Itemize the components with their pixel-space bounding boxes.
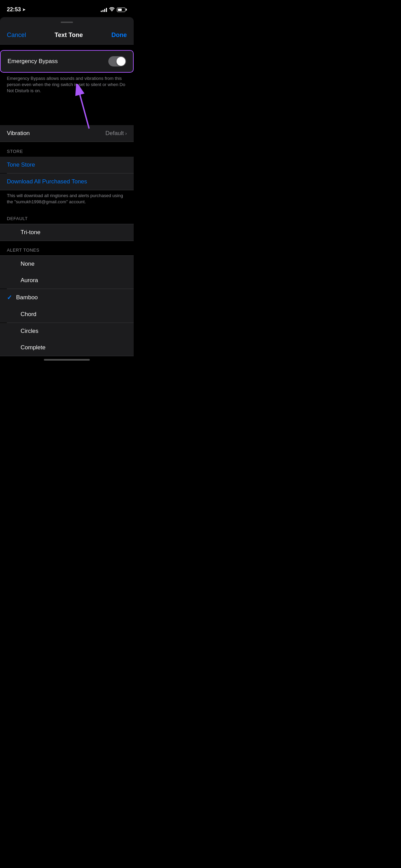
signal-bar-3 bbox=[104, 9, 105, 12]
alert-item-circles[interactable]: Circles bbox=[0, 323, 134, 339]
default-section-header: DEFAULT bbox=[0, 209, 134, 224]
tritone-item[interactable]: Tri-tone bbox=[0, 224, 134, 241]
toggle-thumb bbox=[117, 57, 125, 66]
alert-bamboo-label: Bamboo bbox=[16, 294, 38, 301]
emergency-bypass-toggle[interactable] bbox=[108, 56, 126, 67]
done-button[interactable]: Done bbox=[111, 32, 127, 39]
sheet-handle-area bbox=[0, 17, 134, 27]
emergency-bypass-label: Emergency Bypass bbox=[8, 58, 58, 65]
alert-complete-label: Complete bbox=[21, 344, 46, 351]
alert-item-bamboo[interactable]: ✓ Bamboo bbox=[0, 289, 134, 306]
svg-line-2 bbox=[79, 91, 89, 129]
vibration-value: Default › bbox=[105, 130, 127, 137]
time-display: 22:53 bbox=[7, 7, 21, 13]
alert-none-label: None bbox=[21, 261, 35, 267]
tone-store-item[interactable]: Tone Store bbox=[0, 157, 134, 173]
status-bar: 22:53 ➤ bbox=[0, 0, 134, 17]
emergency-bypass-description: Emergency Bypass allows sounds and vibra… bbox=[0, 73, 134, 94]
status-icons bbox=[101, 7, 127, 12]
page-title: Text Tone bbox=[54, 32, 83, 39]
arrow-container bbox=[0, 94, 134, 125]
alert-item-chord[interactable]: Chord bbox=[0, 306, 134, 323]
vibration-row[interactable]: Vibration Default › bbox=[0, 125, 134, 142]
download-description: This will download all ringtones and ale… bbox=[0, 190, 134, 209]
tone-store-label: Tone Store bbox=[7, 161, 35, 168]
signal-bars bbox=[101, 7, 107, 12]
home-bar bbox=[44, 359, 90, 361]
battery-icon bbox=[117, 8, 127, 12]
signal-bar-2 bbox=[102, 10, 104, 12]
location-icon: ➤ bbox=[22, 8, 25, 12]
nav-header: Cancel Text Tone Done bbox=[0, 27, 134, 45]
tritone-label: Tri-tone bbox=[21, 229, 40, 236]
alert-item-none[interactable]: None bbox=[0, 256, 134, 272]
status-time: 22:53 ➤ bbox=[7, 7, 25, 13]
cancel-button[interactable]: Cancel bbox=[7, 32, 26, 39]
alert-tones-section-header: ALERT TONES bbox=[0, 241, 134, 255]
download-tones-label: Download All Purchased Tones bbox=[7, 178, 87, 185]
home-indicator bbox=[0, 356, 134, 362]
signal-bar-4 bbox=[106, 8, 107, 12]
content-area: Emergency Bypass Emergency Bypass allows… bbox=[0, 50, 134, 356]
signal-bar-1 bbox=[101, 11, 102, 12]
download-tones-item[interactable]: Download All Purchased Tones bbox=[0, 173, 134, 190]
store-section-header: STORE bbox=[0, 142, 134, 157]
vibration-default-text: Default bbox=[105, 130, 124, 137]
chevron-right-icon: › bbox=[125, 131, 127, 136]
sheet-handle bbox=[61, 22, 73, 23]
wifi-icon bbox=[109, 7, 115, 12]
alert-chord-label: Chord bbox=[21, 311, 36, 318]
svg-point-0 bbox=[111, 11, 112, 11]
vibration-label: Vibration bbox=[7, 130, 30, 137]
alert-circles-label: Circles bbox=[21, 328, 38, 335]
alert-item-aurora[interactable]: Aurora bbox=[0, 272, 134, 289]
alert-item-complete[interactable]: Complete bbox=[0, 339, 134, 356]
alert-aurora-label: Aurora bbox=[21, 277, 38, 284]
checkmark-icon: ✓ bbox=[7, 294, 12, 301]
emergency-bypass-row: Emergency Bypass bbox=[0, 50, 134, 73]
